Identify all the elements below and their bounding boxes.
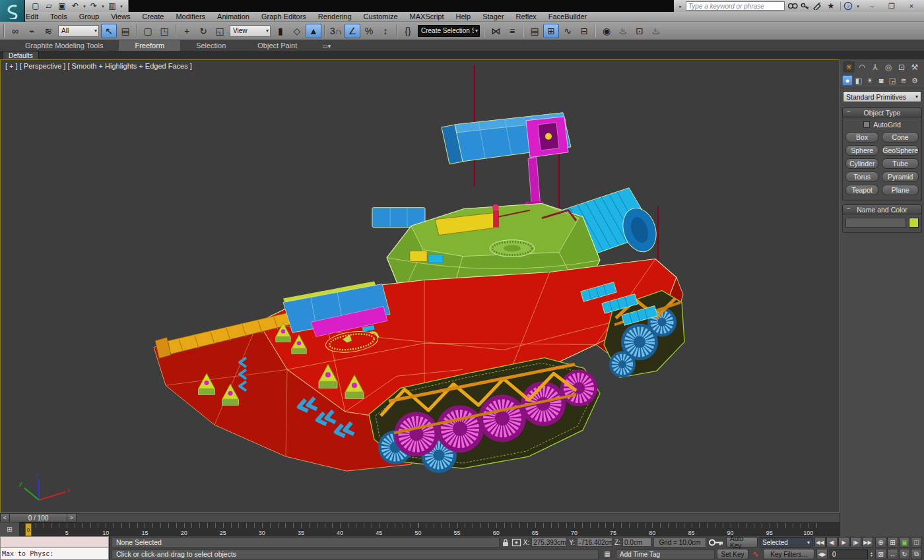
unlink-selection-icon[interactable]: ⌁ bbox=[24, 24, 40, 38]
x-coordinate-field[interactable]: 275.393cm bbox=[531, 538, 567, 547]
keyboard-shortcut-override-icon[interactable]: ▲ bbox=[306, 24, 321, 38]
3dsmax-logo[interactable] bbox=[0, 0, 25, 22]
autogrid-checkbox[interactable] bbox=[863, 121, 870, 128]
new-file-icon[interactable]: ▢ bbox=[29, 1, 42, 11]
modify-tab-icon[interactable]: ◠ bbox=[856, 61, 868, 73]
reference-coordinate-system-dropdown[interactable]: View▾ bbox=[230, 25, 271, 37]
menu-rendering[interactable]: Rendering bbox=[312, 13, 358, 20]
scene-explorer-icon[interactable]: ⊞ bbox=[543, 24, 559, 38]
object-type-button-sphere[interactable]: Sphere bbox=[845, 145, 878, 156]
select-and-move-icon[interactable]: + bbox=[179, 24, 195, 38]
hierarchy-tab-icon[interactable]: ⅄ bbox=[869, 61, 881, 73]
select-and-scale-icon[interactable]: ◱ bbox=[212, 24, 228, 38]
object-color-swatch[interactable] bbox=[909, 218, 919, 228]
undo-icon[interactable]: ↶ bbox=[69, 1, 82, 11]
previous-frame-button[interactable]: < bbox=[0, 513, 10, 522]
spinner-snap-icon[interactable]: ↕ bbox=[378, 24, 393, 38]
maximize-viewport-icon[interactable]: ⧉ bbox=[911, 549, 922, 559]
ribbon-tab-freeform[interactable]: Freeform bbox=[119, 40, 180, 51]
object-name-field[interactable] bbox=[845, 218, 906, 228]
go-to-end-icon[interactable]: ▶▶ bbox=[862, 537, 873, 547]
help-icon[interactable]: ? bbox=[843, 1, 853, 11]
menu-tools[interactable]: Tools bbox=[44, 13, 73, 20]
sign-in-key-icon[interactable] bbox=[801, 2, 810, 10]
menu-modifiers[interactable]: Modifiers bbox=[170, 13, 211, 20]
align-icon[interactable]: ≡ bbox=[504, 24, 520, 38]
edit-named-selection-sets-icon[interactable]: {} bbox=[400, 24, 416, 38]
menu-animation[interactable]: Animation bbox=[211, 13, 255, 20]
zoom-region-icon[interactable]: ⊠ bbox=[875, 549, 886, 559]
new-key-default-in-out-tangents-icon[interactable]: ∿ bbox=[750, 549, 761, 559]
menu-views[interactable]: Views bbox=[105, 13, 136, 20]
absolute-mode-transform-icon[interactable] bbox=[512, 538, 521, 547]
tank-model-wireframe[interactable]: z x y bbox=[1, 60, 839, 513]
object-type-button-cylinder[interactable]: Cylinder bbox=[845, 158, 878, 169]
object-type-button-teapot[interactable]: Teapot bbox=[845, 185, 878, 195]
name-and-color-rollout-header[interactable]: − Name and Color bbox=[842, 204, 922, 214]
macro-recorder-field[interactable] bbox=[0, 536, 109, 548]
menu-facebuilder[interactable]: FaceBuilder bbox=[543, 13, 593, 20]
ribbon-tab-selection[interactable]: Selection bbox=[180, 40, 242, 51]
object-type-button-plane[interactable]: Plane bbox=[882, 185, 919, 195]
key-mode-toggle-icon[interactable]: ◀▶ bbox=[816, 549, 828, 559]
communication-center-icon[interactable] bbox=[812, 2, 822, 10]
next-frame-button[interactable]: > bbox=[67, 513, 77, 522]
select-by-name-icon[interactable]: ▤ bbox=[117, 24, 133, 38]
pan-icon[interactable]: ↔ bbox=[887, 549, 898, 559]
object-type-button-tube[interactable]: Tube bbox=[882, 158, 919, 169]
selection-lock-icon[interactable] bbox=[502, 538, 510, 547]
curve-editor-icon[interactable]: ∿ bbox=[560, 24, 576, 38]
auto-key-button[interactable]: Auto Key bbox=[726, 537, 758, 547]
favorites-star-icon[interactable]: ★ bbox=[824, 1, 838, 11]
redo-dropdown-icon[interactable]: ▾ bbox=[100, 1, 106, 11]
next-frame-icon[interactable]: |▶ bbox=[850, 537, 861, 547]
play-icon[interactable]: ▶ bbox=[838, 537, 849, 547]
set-keys-key-icon[interactable] bbox=[708, 538, 724, 547]
zoom-extents-all-icon[interactable]: ⊡ bbox=[911, 537, 922, 547]
save-file-icon[interactable]: ▣ bbox=[55, 1, 69, 11]
mini-curve-editor-icon[interactable]: ⊞ bbox=[0, 522, 20, 536]
helpers-icon[interactable]: ◲ bbox=[887, 75, 898, 86]
close-button[interactable]: × bbox=[903, 1, 920, 11]
zoom-extents-icon[interactable]: ▣ bbox=[899, 537, 910, 547]
menu-customize[interactable]: Customize bbox=[358, 13, 404, 20]
object-type-button-box[interactable]: Box bbox=[845, 132, 878, 142]
key-filters-button[interactable]: Key Filters... bbox=[763, 549, 814, 559]
orbit-icon[interactable]: ↻ bbox=[899, 549, 910, 559]
schematic-view-icon[interactable]: ⊟ bbox=[576, 24, 592, 38]
redo-icon[interactable]: ↷ bbox=[87, 1, 100, 11]
percent-snap-icon[interactable]: % bbox=[361, 24, 377, 38]
zoom-icon[interactable]: ⊕ bbox=[875, 537, 886, 547]
object-type-button-torus[interactable]: Torus bbox=[845, 171, 878, 182]
bind-to-space-warp-icon[interactable]: ≋ bbox=[40, 24, 56, 38]
perspective-viewport[interactable]: [ + ] [ Perspective ] [ Smooth + Highlig… bbox=[0, 59, 840, 513]
timeline-ruler[interactable]: 0 51015202530354045505560657075808590951… bbox=[20, 522, 840, 536]
undo-dropdown-icon[interactable]: ▾ bbox=[82, 1, 87, 11]
key-mode-dropdown[interactable]: Selected ▾ bbox=[760, 537, 812, 547]
time-slider-track[interactable] bbox=[77, 513, 840, 522]
zoom-all-icon[interactable]: ⊞ bbox=[887, 537, 898, 547]
select-and-manipulate-icon[interactable]: ◇ bbox=[289, 24, 305, 38]
utilities-tab-icon[interactable]: ⚒ bbox=[909, 61, 921, 73]
current-frame-field[interactable]: 0 bbox=[830, 549, 868, 559]
space-warps-icon[interactable]: ≋ bbox=[898, 75, 909, 86]
add-time-tag-field[interactable]: Add Time Tag bbox=[616, 549, 715, 559]
y-coordinate-field[interactable]: -716.402cm bbox=[577, 538, 612, 547]
geometry-icon[interactable]: ● bbox=[842, 75, 853, 86]
window-crossing-icon[interactable]: ◳ bbox=[156, 24, 172, 38]
viewport-label[interactable]: [ + ] [ Perspective ] [ Smooth + Highlig… bbox=[5, 62, 192, 70]
lights-icon[interactable]: ☀ bbox=[865, 75, 875, 86]
select-object-icon[interactable]: ↖ bbox=[101, 24, 117, 38]
restore-button[interactable]: ❐ bbox=[883, 1, 900, 11]
rectangular-selection-region-icon[interactable]: ▢ bbox=[140, 24, 156, 38]
select-and-link-icon[interactable]: ∞ bbox=[7, 24, 23, 38]
set-key-button[interactable]: Set Key bbox=[717, 549, 748, 559]
rendered-frame-window-icon[interactable]: ⊡ bbox=[632, 24, 647, 38]
menu-create[interactable]: Create bbox=[136, 13, 170, 20]
cameras-icon[interactable]: ◙ bbox=[876, 75, 886, 86]
snaps-toggle-icon[interactable]: 3∩ bbox=[328, 24, 344, 38]
primitive-category-dropdown[interactable]: Standard Primitives ▾ bbox=[843, 91, 921, 102]
render-production-icon[interactable]: ♨ bbox=[648, 24, 664, 38]
object-type-button-geosphere[interactable]: GeoSphere bbox=[882, 145, 919, 156]
use-pivot-point-center-icon[interactable]: ▮ bbox=[273, 24, 288, 38]
